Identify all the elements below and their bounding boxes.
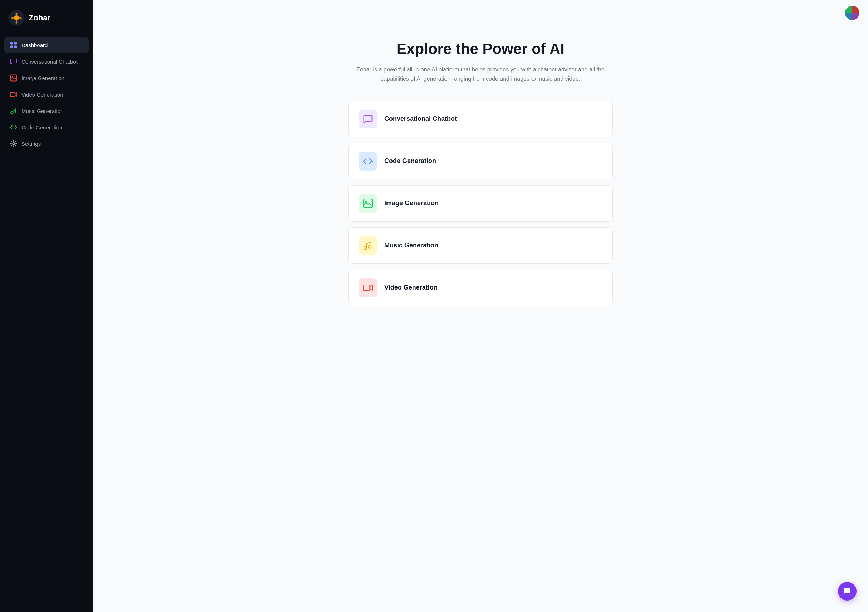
image-icon bbox=[10, 74, 17, 82]
sidebar-item-image-label: Image Generation bbox=[22, 75, 64, 81]
svg-point-1 bbox=[14, 15, 19, 20]
sidebar-item-settings[interactable]: Settings bbox=[4, 136, 89, 152]
sidebar-item-settings-label: Settings bbox=[22, 141, 41, 147]
cards-section: Conversational Chatbot Code Generation bbox=[319, 101, 641, 327]
card-code-label: Code Generation bbox=[384, 157, 436, 165]
hero-subtitle: Zohar is a powerful all-in-one AI platfo… bbox=[348, 65, 613, 83]
sidebar-item-chatbot[interactable]: Conversational Chatbot bbox=[4, 54, 89, 69]
svg-point-23 bbox=[368, 246, 371, 248]
sidebar-item-image[interactable]: Image Generation bbox=[4, 70, 89, 86]
sidebar-item-video-label: Video Generation bbox=[22, 91, 63, 98]
settings-icon bbox=[10, 140, 17, 147]
card-music-icon-wrap bbox=[358, 236, 377, 255]
chat-bubble-icon bbox=[843, 587, 852, 595]
card-music-icon bbox=[363, 240, 373, 251]
svg-point-21 bbox=[365, 201, 367, 203]
music-icon bbox=[10, 107, 17, 115]
svg-rect-10 bbox=[10, 42, 13, 45]
svg-rect-16 bbox=[10, 92, 15, 96]
card-code-icon bbox=[363, 156, 373, 166]
code-icon bbox=[10, 124, 17, 131]
video-icon bbox=[10, 91, 17, 98]
hero-title: Explore the Power of AI bbox=[348, 40, 613, 58]
chatbot-icon bbox=[10, 58, 17, 65]
card-image-label: Image Generation bbox=[384, 200, 439, 207]
svg-rect-12 bbox=[10, 46, 13, 49]
card-video-icon-wrap bbox=[358, 279, 377, 297]
card-chatbot-icon bbox=[363, 114, 373, 124]
svg-point-18 bbox=[14, 111, 16, 113]
sidebar-item-music-label: Music Generation bbox=[22, 108, 64, 114]
dashboard-icon bbox=[10, 42, 17, 49]
sidebar-item-music[interactable]: Music Generation bbox=[4, 103, 89, 119]
card-video[interactable]: Video Generation bbox=[348, 270, 613, 306]
app-name: Zohar bbox=[29, 13, 50, 23]
svg-rect-11 bbox=[14, 42, 17, 45]
sidebar-item-code[interactable]: Code Generation bbox=[4, 119, 89, 135]
card-video-label: Video Generation bbox=[384, 284, 437, 291]
sidebar-item-chatbot-label: Conversational Chatbot bbox=[22, 59, 78, 65]
sidebar-nav: Dashboard Conversational Chatbot Image G… bbox=[0, 34, 93, 155]
card-chatbot[interactable]: Conversational Chatbot bbox=[348, 101, 613, 137]
sidebar-item-code-label: Code Generation bbox=[22, 124, 62, 130]
card-music-label: Music Generation bbox=[384, 242, 438, 249]
svg-rect-24 bbox=[364, 285, 370, 291]
avatar-image bbox=[845, 6, 859, 20]
svg-point-17 bbox=[11, 112, 13, 114]
logo: Zohar bbox=[0, 0, 93, 34]
card-chatbot-label: Conversational Chatbot bbox=[384, 115, 457, 122]
svg-rect-13 bbox=[14, 46, 17, 49]
card-image-icon bbox=[363, 198, 373, 208]
sidebar-item-video[interactable]: Video Generation bbox=[4, 87, 89, 102]
top-bar bbox=[93, 0, 868, 26]
card-music[interactable]: Music Generation bbox=[348, 227, 613, 264]
card-chatbot-icon-wrap bbox=[358, 110, 377, 128]
card-code-icon-wrap bbox=[358, 152, 377, 170]
card-image-icon-wrap bbox=[358, 194, 377, 213]
card-code[interactable]: Code Generation bbox=[348, 143, 613, 180]
card-image[interactable]: Image Generation bbox=[348, 185, 613, 222]
svg-point-22 bbox=[364, 247, 367, 249]
svg-point-19 bbox=[12, 143, 15, 145]
svg-rect-20 bbox=[364, 199, 372, 208]
card-video-icon bbox=[363, 283, 373, 293]
sidebar: Zohar Dashboard Conversational Chatb bbox=[0, 0, 93, 612]
sidebar-item-dashboard[interactable]: Dashboard bbox=[4, 37, 89, 53]
main-content: Explore the Power of AI Zohar is a power… bbox=[93, 0, 868, 612]
hero-section: Explore the Power of AI Zohar is a power… bbox=[319, 26, 641, 101]
chat-bubble-button[interactable] bbox=[838, 582, 857, 601]
logo-icon bbox=[9, 10, 24, 26]
user-avatar[interactable] bbox=[845, 6, 859, 20]
sidebar-item-dashboard-label: Dashboard bbox=[22, 42, 48, 48]
